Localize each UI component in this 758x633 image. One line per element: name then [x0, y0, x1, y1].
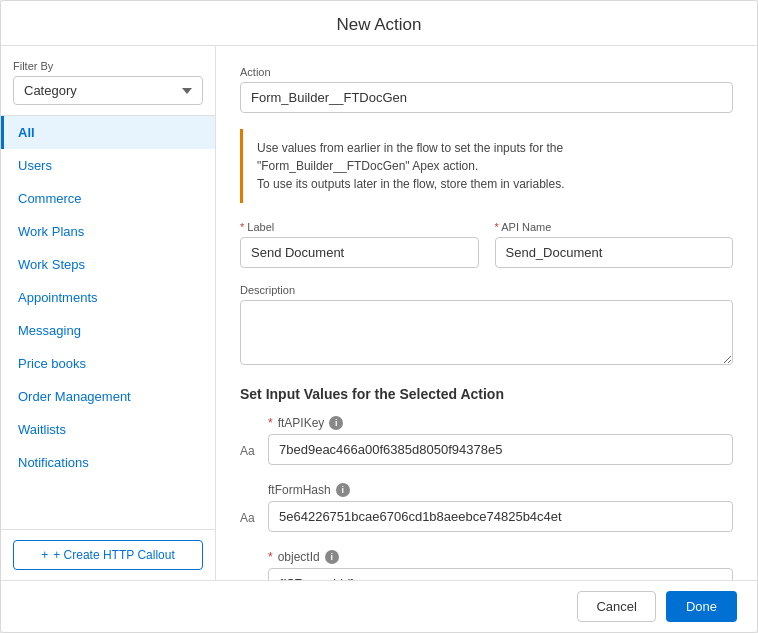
info-banner-text-line2: To use its outputs later in the flow, st…	[257, 177, 565, 191]
api-name-input[interactable]	[495, 237, 734, 268]
done-button[interactable]: Done	[666, 591, 737, 622]
modal-footer: Cancel Done	[1, 580, 757, 632]
cancel-button[interactable]: Cancel	[577, 591, 655, 622]
modal-header: New Action	[1, 1, 757, 46]
modal-title: New Action	[336, 15, 421, 34]
main-content: Action Use values from earlier in the fl…	[216, 46, 757, 580]
ftapikey-field: * ftAPIKey i	[268, 416, 733, 465]
objectid-label: * objectId i	[268, 550, 733, 564]
label-apiname-row: Label API Name	[240, 221, 733, 284]
action-field-group: Action	[240, 66, 733, 113]
action-input[interactable]	[240, 82, 733, 113]
input-row-objectid: Aa * objectId i	[240, 550, 733, 580]
ftformhash-name: ftFormHash	[268, 483, 331, 497]
sidebar-item-users[interactable]: Users	[1, 149, 215, 182]
objectid-input[interactable]	[268, 568, 733, 580]
row-prefix-ftapikey: Aa	[240, 416, 260, 458]
api-name-label: API Name	[495, 221, 734, 233]
filter-section: Filter By Category	[1, 46, 215, 115]
ftapikey-name: ftAPIKey	[278, 416, 325, 430]
modal-body: Filter By Category All Users Commerce Wo…	[1, 46, 757, 580]
sidebar-item-appointments[interactable]: Appointments	[1, 281, 215, 314]
sidebar-item-notifications[interactable]: Notifications	[1, 446, 215, 479]
create-http-callout-button[interactable]: + + Create HTTP Callout	[13, 540, 203, 570]
row-prefix-objectid: Aa	[240, 550, 260, 580]
ftformhash-input[interactable]	[268, 501, 733, 532]
sidebar-item-order-management[interactable]: Order Management	[1, 380, 215, 413]
info-banner: Use values from earlier in the flow to s…	[240, 129, 733, 203]
sidebar-item-price-books[interactable]: Price books	[1, 347, 215, 380]
api-name-field-group: API Name	[495, 221, 734, 268]
aa-icon-ftformhash: Aa	[240, 511, 255, 525]
set-input-section-title: Set Input Values for the Selected Action	[240, 386, 733, 402]
action-label: Action	[240, 66, 733, 78]
label-field-label: Label	[240, 221, 479, 233]
input-row-ftapikey: Aa * ftAPIKey i	[240, 416, 733, 465]
ftapikey-required-star: *	[268, 416, 273, 430]
description-field-group: Description	[240, 284, 733, 368]
row-prefix-ftformhash: Aa	[240, 483, 260, 525]
ftformhash-field: ftFormHash i	[268, 483, 733, 532]
sidebar-item-all[interactable]: All	[1, 116, 215, 149]
objectid-field: * objectId i	[268, 550, 733, 580]
sidebar-item-work-steps[interactable]: Work Steps	[1, 248, 215, 281]
sidebar-item-waitlists[interactable]: Waitlists	[1, 413, 215, 446]
objectid-name: objectId	[278, 550, 320, 564]
label-field-group: Label	[240, 221, 479, 268]
ftformhash-label: ftFormHash i	[268, 483, 733, 497]
objectid-info-icon[interactable]: i	[325, 550, 339, 564]
ftapikey-input[interactable]	[268, 434, 733, 465]
create-callout-label: + Create HTTP Callout	[53, 548, 175, 562]
aa-icon-ftapikey: Aa	[240, 444, 255, 458]
sidebar-list: All Users Commerce Work Plans Work Steps…	[1, 115, 215, 529]
category-select[interactable]: Category	[13, 76, 203, 105]
label-input[interactable]	[240, 237, 479, 268]
input-row-ftformhash: Aa ftFormHash i	[240, 483, 733, 532]
sidebar-item-commerce[interactable]: Commerce	[1, 182, 215, 215]
ftapikey-info-icon[interactable]: i	[329, 416, 343, 430]
sidebar-item-work-plans[interactable]: Work Plans	[1, 215, 215, 248]
info-banner-text-line1: Use values from earlier in the flow to s…	[257, 141, 563, 173]
objectid-required-star: *	[268, 550, 273, 564]
plus-icon: +	[41, 548, 48, 562]
sidebar-footer: + + Create HTTP Callout	[1, 529, 215, 580]
sidebar: Filter By Category All Users Commerce Wo…	[1, 46, 216, 580]
filter-label: Filter By	[13, 60, 203, 72]
description-textarea[interactable]	[240, 300, 733, 365]
ftapikey-label: * ftAPIKey i	[268, 416, 733, 430]
description-label: Description	[240, 284, 733, 296]
sidebar-item-messaging[interactable]: Messaging	[1, 314, 215, 347]
new-action-modal: New Action Filter By Category All Users …	[0, 0, 758, 633]
ftformhash-info-icon[interactable]: i	[336, 483, 350, 497]
